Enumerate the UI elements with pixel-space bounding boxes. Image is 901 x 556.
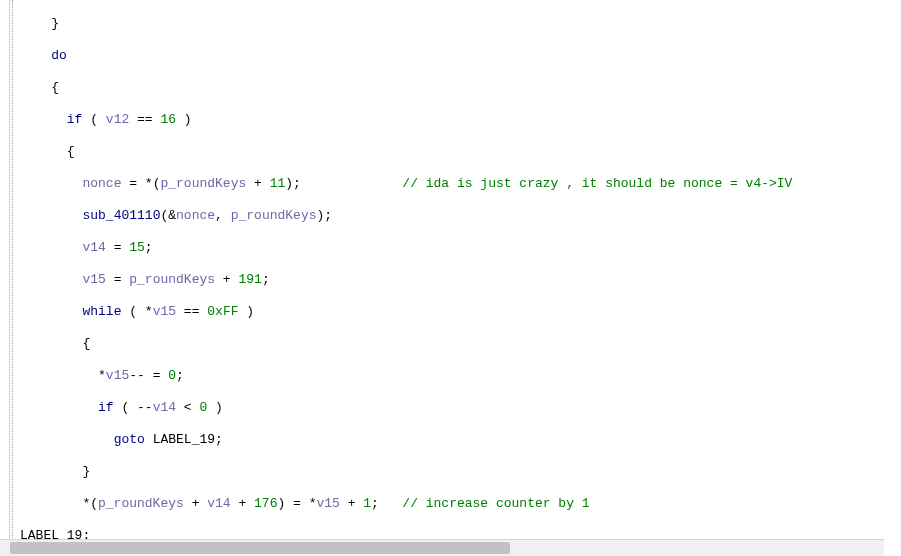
code-line[interactable]: if ( --v14 < 0 ) [20, 400, 901, 416]
code-line[interactable]: nonce = *(p_roundKeys + 11); // ida is j… [20, 176, 901, 192]
code-line[interactable]: *(p_roundKeys + v14 + 176) = *v15 + 1; /… [20, 496, 901, 512]
code-line[interactable]: if ( v12 == 16 ) [20, 112, 901, 128]
horizontal-scrollbar[interactable] [0, 539, 884, 556]
code-line[interactable]: } [20, 464, 901, 480]
fold-gutter[interactable] [0, 0, 10, 556]
code-line[interactable]: v14 = 15; [20, 240, 901, 256]
code-line[interactable]: v15 = p_roundKeys + 191; [20, 272, 901, 288]
code-line[interactable]: { [20, 144, 901, 160]
code-area[interactable]: } do { if ( v12 == 16 ) { nonce = *(p_ro… [18, 0, 901, 556]
code-editor[interactable]: } do { if ( v12 == 16 ) { nonce = *(p_ro… [0, 0, 901, 556]
code-line[interactable]: goto LABEL_19; [20, 432, 901, 448]
horizontal-scroll-thumb[interactable] [10, 542, 510, 554]
code-line[interactable]: *v15-- = 0; [20, 368, 901, 384]
code-line[interactable]: do [20, 48, 901, 64]
code-line[interactable]: while ( *v15 == 0xFF ) [20, 304, 901, 320]
code-line[interactable]: { [20, 80, 901, 96]
code-line[interactable]: { [20, 336, 901, 352]
code-line[interactable]: } [20, 16, 901, 32]
code-line[interactable]: sub_401110(&nonce, p_roundKeys); [20, 208, 901, 224]
